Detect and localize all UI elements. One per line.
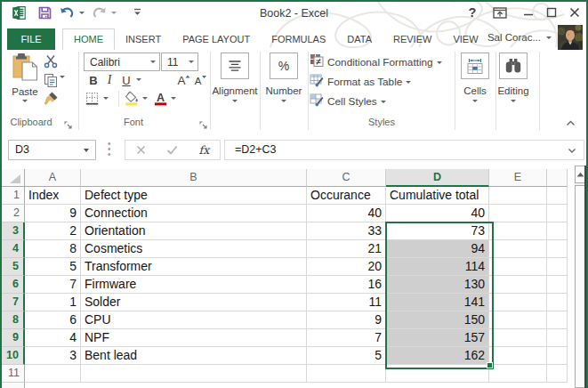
italic-button[interactable]: I bbox=[104, 73, 115, 87]
cell-D5[interactable]: 114 bbox=[386, 258, 489, 276]
font-dialog-launcher[interactable] bbox=[199, 117, 208, 126]
cell-F1[interactable] bbox=[547, 187, 568, 205]
row-header-11[interactable]: 11 bbox=[2, 365, 25, 383]
cell-C10[interactable]: 5 bbox=[307, 347, 386, 365]
cell-E9[interactable] bbox=[489, 329, 547, 347]
number-button[interactable]: % Number bbox=[261, 53, 307, 102]
conditional-formatting-button[interactable]: Conditional Formatting bbox=[310, 55, 442, 69]
cell-C1[interactable]: Occurance bbox=[307, 187, 386, 205]
column-header-f-partial[interactable] bbox=[547, 169, 568, 187]
cell-B4[interactable]: Cosmetics bbox=[81, 240, 307, 258]
cell-B6[interactable]: Firmware bbox=[81, 276, 307, 294]
select-all-button[interactable] bbox=[2, 169, 25, 187]
collapse-ribbon-button[interactable] bbox=[562, 117, 578, 128]
insert-function-button[interactable]: fx bbox=[199, 143, 210, 157]
cell-D4[interactable]: 94 bbox=[386, 240, 489, 258]
cell-C4[interactable]: 21 bbox=[307, 240, 386, 258]
tab-view[interactable]: VIEW bbox=[442, 28, 488, 50]
cell-D7[interactable]: 141 bbox=[386, 294, 489, 311]
cell-A3[interactable]: 2 bbox=[25, 222, 81, 240]
format-painter-button[interactable] bbox=[43, 91, 59, 106]
row-header-3[interactable]: 3 bbox=[2, 222, 25, 240]
cell-F3[interactable] bbox=[547, 222, 568, 240]
font-size-dropdown-icon[interactable] bbox=[189, 61, 194, 63]
cell-A9[interactable]: 4 bbox=[25, 329, 81, 347]
cell-F7[interactable] bbox=[547, 294, 568, 311]
cell-B3[interactable]: Orientation bbox=[81, 222, 307, 240]
clipboard-dialog-launcher[interactable] bbox=[64, 117, 73, 126]
underline-button[interactable]: U bbox=[120, 73, 133, 87]
row-header-9[interactable]: 9 bbox=[2, 329, 25, 347]
cell-A11[interactable] bbox=[25, 365, 81, 383]
ribbon-display-options-button[interactable] bbox=[489, 3, 511, 22]
cell-E5[interactable] bbox=[489, 258, 547, 276]
cell-C7[interactable]: 11 bbox=[307, 294, 386, 311]
cell-D9[interactable]: 157 bbox=[386, 329, 489, 347]
borders-dropdown[interactable] bbox=[103, 97, 109, 100]
cut-button[interactable] bbox=[43, 53, 59, 69]
cell-F11[interactable] bbox=[547, 365, 568, 383]
cell-F2[interactable] bbox=[547, 205, 568, 222]
tab-page-layout[interactable]: PAGE LAYOUT bbox=[172, 28, 261, 50]
cell-A5[interactable]: 5 bbox=[25, 258, 81, 276]
tab-review[interactable]: REVIEW bbox=[383, 28, 442, 50]
row-header-7[interactable]: 7 bbox=[2, 294, 25, 311]
name-box[interactable]: D3 bbox=[8, 140, 96, 160]
paste-button[interactable]: Paste bbox=[8, 53, 42, 102]
enter-button[interactable] bbox=[166, 142, 178, 158]
formula-bar-expand-icon[interactable] bbox=[568, 144, 576, 157]
fill-color-button[interactable] bbox=[124, 91, 141, 106]
font-color-button[interactable]: A bbox=[152, 91, 169, 106]
tab-data[interactable]: DATA bbox=[336, 28, 383, 50]
cell-B7[interactable]: Solder bbox=[81, 294, 307, 311]
column-header-c[interactable]: C bbox=[307, 169, 386, 187]
cell-C6[interactable]: 16 bbox=[307, 276, 386, 294]
close-button[interactable] bbox=[564, 3, 585, 22]
cell-E10[interactable] bbox=[489, 347, 547, 365]
cell-B1[interactable]: Defect type bbox=[81, 187, 307, 205]
decrease-font-size-button[interactable]: A bbox=[193, 73, 207, 87]
row-header-8[interactable]: 8 bbox=[2, 311, 25, 329]
cells-button[interactable]: Cells bbox=[459, 53, 491, 102]
cell-E8[interactable] bbox=[489, 311, 547, 329]
cell-A4[interactable]: 8 bbox=[25, 240, 81, 258]
cell-D2[interactable]: 40 bbox=[386, 205, 489, 222]
user-avatar[interactable] bbox=[558, 25, 583, 50]
font-size-combo[interactable]: 11 bbox=[161, 53, 198, 71]
row-header-5[interactable]: 5 bbox=[2, 258, 25, 276]
cell-C8[interactable]: 9 bbox=[307, 311, 386, 329]
column-header-a[interactable]: A bbox=[25, 169, 81, 187]
cell-B9[interactable]: NPF bbox=[81, 329, 307, 347]
cell-D3[interactable]: 73 bbox=[386, 222, 489, 240]
increase-font-size-button[interactable]: A bbox=[176, 73, 191, 87]
formula-input[interactable]: =D2+C3 bbox=[224, 140, 584, 160]
name-box-dropdown-icon[interactable] bbox=[84, 149, 89, 152]
cancel-button[interactable] bbox=[136, 142, 146, 158]
format-as-table-button[interactable]: Format as Table bbox=[310, 75, 411, 89]
cell-E3[interactable] bbox=[489, 222, 547, 240]
tab-insert[interactable]: INSERT bbox=[115, 28, 172, 50]
column-header-b[interactable]: B bbox=[81, 169, 307, 187]
row-header-10[interactable]: 10 bbox=[2, 347, 25, 365]
cell-D11[interactable] bbox=[386, 365, 489, 383]
cell-B2[interactable]: Connection bbox=[81, 205, 307, 222]
row-header-1[interactable]: 1 bbox=[2, 187, 25, 205]
cell-E6[interactable] bbox=[489, 276, 547, 294]
font-color-dropdown[interactable] bbox=[171, 97, 176, 100]
cell-styles-button[interactable]: Cell Styles bbox=[310, 94, 386, 109]
borders-button[interactable] bbox=[85, 91, 100, 106]
cell-D6[interactable]: 130 bbox=[386, 276, 489, 294]
tab-home[interactable]: HOME bbox=[62, 28, 115, 50]
cell-A6[interactable]: 7 bbox=[25, 276, 81, 294]
maximize-button[interactable] bbox=[541, 3, 562, 22]
font-name-dropdown-icon[interactable] bbox=[150, 61, 156, 63]
cell-F6[interactable] bbox=[547, 276, 568, 294]
cell-D1[interactable]: Cumulative total bbox=[386, 187, 489, 205]
cell-E7[interactable] bbox=[489, 294, 547, 311]
cell-C2[interactable]: 40 bbox=[307, 205, 386, 222]
row-header-6[interactable]: 6 bbox=[2, 276, 25, 294]
tab-file[interactable]: FILE bbox=[7, 28, 55, 50]
font-name-combo[interactable]: Calibri bbox=[84, 53, 160, 71]
cell-B11[interactable] bbox=[81, 365, 307, 383]
cell-A8[interactable]: 6 bbox=[25, 311, 81, 329]
